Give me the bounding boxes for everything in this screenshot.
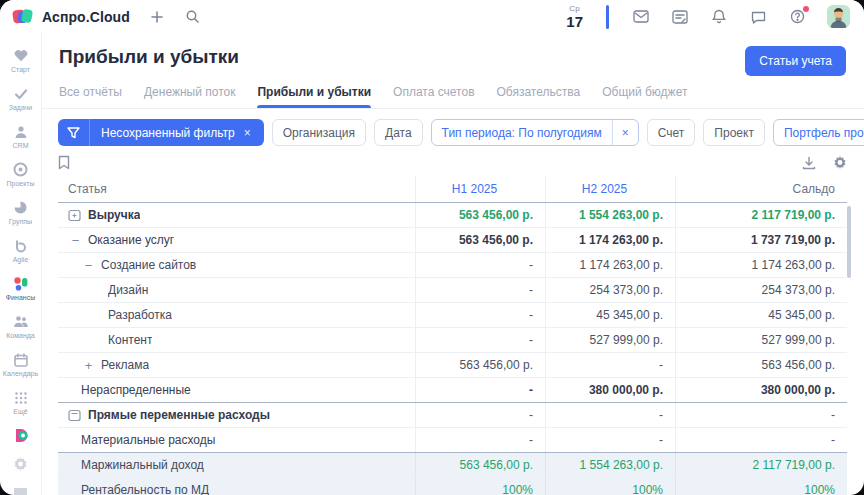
date-day: 17 xyxy=(566,14,583,29)
help-icon[interactable] xyxy=(788,8,806,26)
column-header-article: Статья xyxy=(58,176,415,202)
tab-obligations[interactable]: Обязательства xyxy=(497,85,581,108)
sidebar-item-more[interactable]: Ещё xyxy=(0,385,42,420)
summary-row-marginal-income[interactable]: Маржинальный доход 563 456,00 р. 1 554 2… xyxy=(58,453,847,478)
download-icon[interactable] xyxy=(802,156,816,170)
brand[interactable]: Аспро.Cloud xyxy=(12,7,130,27)
sidebar-item-groups[interactable]: Группы xyxy=(0,195,42,230)
sidebar-item-label: Команда xyxy=(6,332,35,339)
filter-chip-project[interactable]: Проект xyxy=(703,119,765,146)
groups-icon xyxy=(12,199,29,216)
check-icon xyxy=(12,85,29,102)
column-header-saldo: Сальдо xyxy=(675,176,847,202)
collapse-minus-icon[interactable]: − xyxy=(70,235,81,246)
filter-chip-account[interactable]: Счет xyxy=(647,119,696,146)
table-row[interactable]: Материальные расходы - - - xyxy=(58,428,847,453)
profit-loss-table: Статья H1 2025 H2 2025 Сальдо Выручка 56… xyxy=(58,176,847,495)
tab-cash-flow[interactable]: Денежный поток xyxy=(144,85,235,108)
search-icon[interactable] xyxy=(184,8,202,26)
sidebar: Старт Задачи CRM Проекты Группы Agile xyxy=(0,33,42,495)
app-window: Аспро.Cloud Ср 17 xyxy=(0,0,864,495)
close-icon[interactable]: × xyxy=(612,120,638,145)
team-icon xyxy=(12,313,29,330)
table-row[interactable]: Выручка 563 456,00 р. 1 554 263,00 р. 2 … xyxy=(58,203,847,228)
sidebar-item-label: Проекты xyxy=(6,180,34,187)
sidebar-item-label: Старт xyxy=(11,66,30,73)
expense-section-icon xyxy=(68,409,81,422)
tab-profit-loss[interactable]: Прибыли и убытки xyxy=(257,85,371,108)
sidebar-item-agile[interactable]: Agile xyxy=(0,233,42,268)
sidebar-item-label: Группы xyxy=(9,218,32,225)
filter-chip-date[interactable]: Дата xyxy=(374,119,423,146)
grid-dots-icon xyxy=(12,389,29,406)
summary-row-md-profitability[interactable]: Рентабельность по МД 100% 100% 100% xyxy=(58,478,847,495)
heart-icon xyxy=(12,47,29,64)
sidebar-item-label: Ещё xyxy=(13,408,27,415)
column-header-h2-2025[interactable]: H2 2025 xyxy=(546,182,663,196)
topbar: Аспро.Cloud Ср 17 xyxy=(0,0,864,33)
unsaved-filter-label: Несохраненный фильтр xyxy=(101,126,235,140)
aspro-logo-icon xyxy=(12,7,34,27)
report-tabs: Все отчёты Денежный поток Прибыли и убыт… xyxy=(59,85,846,108)
finance-icon xyxy=(12,275,29,292)
income-section-icon xyxy=(68,209,81,222)
create-plus-icon[interactable] xyxy=(148,8,166,26)
tab-general-budget[interactable]: Общий бюджет xyxy=(602,85,687,108)
chat-icon[interactable] xyxy=(749,8,767,26)
table-scrollbar[interactable] xyxy=(847,206,851,278)
sidebar-item-label: Календарь xyxy=(3,370,38,377)
sidebar-item-label: Задачи xyxy=(9,104,33,111)
sidebar-item-label: Agile xyxy=(13,256,29,263)
sidebar-item-tasks[interactable]: Задачи xyxy=(0,81,42,116)
calendar-icon xyxy=(12,351,29,368)
table-row[interactable]: Нераспределенные - 380 000,00 р. 380 000… xyxy=(58,378,847,403)
date-divider xyxy=(606,5,609,29)
sidebar-settings-icon[interactable] xyxy=(0,452,42,478)
brand-name: Аспро.Cloud xyxy=(42,9,130,25)
column-header-h1-2025[interactable]: H1 2025 xyxy=(416,182,533,196)
calendar-date[interactable]: Ср 17 xyxy=(566,5,583,29)
sidebar-item-finance[interactable]: Финансы xyxy=(0,271,42,306)
funnel-icon[interactable] xyxy=(58,119,90,146)
sidebar-item-calendar[interactable]: Календарь xyxy=(0,347,42,382)
table-row[interactable]: Контент - 527 999,00 р. 527 999,00 р. xyxy=(58,328,847,353)
sidebar-item-crm[interactable]: CRM xyxy=(0,119,42,154)
close-icon[interactable]: × xyxy=(242,126,253,140)
filter-bar: Несохраненный фильтр × Организация Дата … xyxy=(58,119,847,146)
person-icon xyxy=(12,123,29,140)
help-notification-dot xyxy=(803,6,809,12)
sidebar-item-team[interactable]: Команда xyxy=(0,309,42,344)
tab-invoice-payment[interactable]: Оплата счетов xyxy=(393,85,474,108)
table-toolbar xyxy=(58,155,847,170)
filter-chip-organization[interactable]: Организация xyxy=(272,119,366,146)
collapse-minus-icon[interactable]: − xyxy=(83,260,94,271)
page-header: Прибыли и убытки Статьи учета Все отчёты… xyxy=(42,33,864,109)
tab-all-reports[interactable]: Все отчёты xyxy=(59,85,122,108)
table-row[interactable]: − Оказание услуг 563 456,00 р. 1 174 263… xyxy=(58,228,847,253)
table-row[interactable]: + Реклама 563 456,00 р. - 563 456,00 р. xyxy=(58,353,847,378)
table-row[interactable]: Разработка - 45 345,00 р. 45 345,00 р. xyxy=(58,303,847,328)
table-row[interactable]: − Создание сайтов - 1 174 263,00 р. 1 17… xyxy=(58,253,847,278)
sidebar-item-label: CRM xyxy=(13,142,29,149)
unsaved-filter-chip[interactable]: Несохраненный фильтр × xyxy=(58,119,264,146)
table-row[interactable]: Прямые переменные расходы - - - xyxy=(58,403,847,428)
bookmark-icon[interactable] xyxy=(58,155,70,170)
agile-icon xyxy=(12,237,29,254)
table-header-row: Статья H1 2025 H2 2025 Сальдо xyxy=(58,176,847,203)
sidebar-item-label: Финансы xyxy=(6,294,35,301)
gear-icon[interactable] xyxy=(833,156,847,170)
sidebar-item-start[interactable]: Старт xyxy=(0,43,42,78)
page-title: Прибыли и убытки xyxy=(59,46,239,68)
mail-icon[interactable] xyxy=(632,8,650,26)
expand-plus-icon[interactable]: + xyxy=(83,360,94,371)
accounting-articles-button[interactable]: Статьи учета xyxy=(745,46,846,76)
user-avatar[interactable] xyxy=(827,5,850,28)
filter-chip-period-type[interactable]: Тип периода: По полугодиям × xyxy=(431,119,639,146)
sidebar-brand-app-icon[interactable] xyxy=(0,423,42,449)
sidebar-item-projects[interactable]: Проекты xyxy=(0,157,42,192)
notes-icon[interactable] xyxy=(671,8,689,26)
sidebar-chat-icon[interactable] xyxy=(0,481,42,495)
filter-chip-project-portfolio[interactable]: Портфель проектов: Проекты для кли... × xyxy=(773,119,864,146)
table-row[interactable]: Дизайн - 254 373,00 р. 254 373,00 р. xyxy=(58,278,847,303)
bell-icon[interactable] xyxy=(710,8,728,26)
